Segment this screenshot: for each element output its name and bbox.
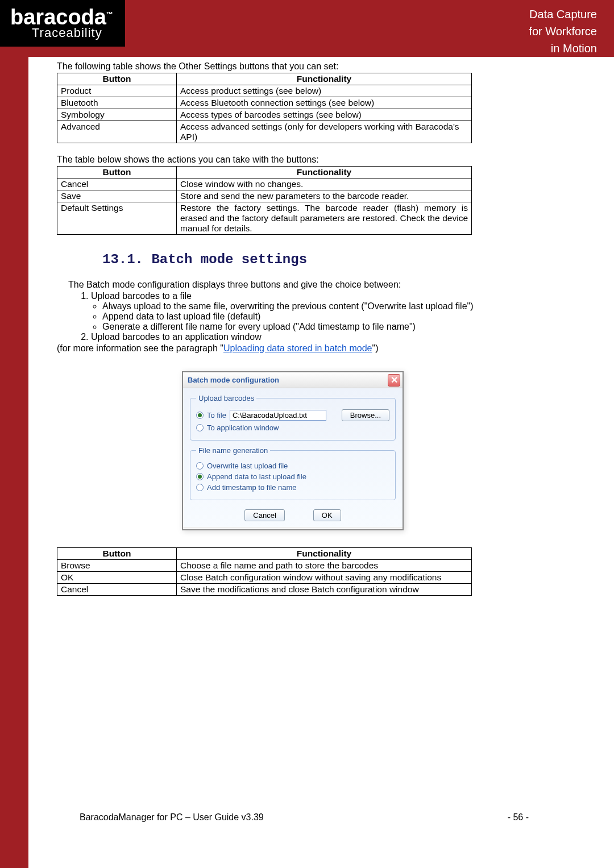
page-header: baracoda™ Traceability Data Capture for … — [0, 0, 614, 57]
other-settings-table: Button Functionality ProductAccess produ… — [57, 73, 472, 143]
list-item: Append data to last upload file (default… — [102, 312, 529, 322]
radio-label: Overwrite last upload file — [207, 462, 288, 470]
radio-append[interactable]: Append data to last upload file — [196, 472, 389, 481]
table-row: Default SettingsRestore the factory sett… — [57, 202, 472, 235]
dialog-button-row: Cancel OK — [190, 506, 396, 522]
dialog-titlebar: Batch mode configuration ✕ — [183, 372, 403, 388]
batch-mode-dialog: Batch mode configuration ✕ Upload barcod… — [182, 371, 404, 530]
table-row: CancelSave the modifications and close B… — [57, 584, 472, 596]
page-content: The following table shows the Other Sett… — [57, 61, 529, 607]
ok-button[interactable]: OK — [313, 509, 341, 521]
list-item: Upload barcodes to an application window — [91, 332, 529, 342]
uploading-data-link[interactable]: Uploading data stored in batch mode — [223, 343, 372, 353]
th-functionality: Functionality — [177, 167, 472, 178]
radio-label: To application window — [207, 423, 279, 432]
table-row: OKClose Batch configuration window witho… — [57, 572, 472, 584]
dialog-title: Batch mode configuration — [188, 376, 279, 384]
radio-icon[interactable] — [196, 484, 204, 491]
side-bar — [0, 0, 28, 868]
th-button: Button — [57, 167, 177, 178]
intro-text-2: The table below shows the actions you ca… — [57, 155, 529, 165]
th-button: Button — [57, 73, 177, 85]
radio-overwrite[interactable]: Overwrite last upload file — [196, 462, 389, 470]
logo-sub: Traceability — [10, 26, 125, 40]
browse-button[interactable]: Browse... — [342, 409, 389, 421]
th-functionality: Functionality — [177, 548, 472, 560]
list-item: Upload barcodes to a file — [91, 291, 529, 301]
tagline-line: for Workforce — [529, 23, 597, 40]
tagline: Data Capture for Workforce in Motion — [529, 0, 614, 57]
table-row: CancelClose window with no changes. — [57, 178, 472, 190]
table-row: SaveStore and send the new parameters to… — [57, 190, 472, 202]
radio-icon[interactable] — [196, 462, 204, 470]
radio-icon[interactable] — [196, 424, 204, 431]
dialog-body: Upload barcodes To file C:\BaracodaUploa… — [183, 388, 403, 527]
fieldset-legend: File name generation — [196, 446, 270, 455]
list-item: Always upload to the same file, overwrit… — [102, 301, 529, 312]
radio-to-app[interactable]: To application window — [196, 423, 389, 432]
radio-label: Append data to last upload file — [207, 472, 306, 481]
dialog-shadow — [183, 527, 403, 529]
radio-to-file[interactable]: To file C:\BaracodaUpload.txt Browse... — [196, 409, 389, 421]
table-row: AdvancedAccess advanced settings (only f… — [57, 121, 472, 143]
radio-timestamp[interactable]: Add timestamp to file name — [196, 483, 389, 492]
radio-label: To file — [207, 411, 226, 420]
logo-main: baracoda™ — [10, 6, 125, 28]
section-heading: 13.1. Batch mode settings — [102, 252, 529, 267]
logo: baracoda™ Traceability — [0, 0, 125, 47]
numbered-list: Upload barcodes to a file — [91, 291, 529, 301]
radio-icon[interactable] — [196, 473, 204, 480]
footer-right: - 56 - — [508, 812, 529, 823]
file-path-input[interactable]: C:\BaracodaUpload.txt — [230, 410, 326, 421]
tagline-line: in Motion — [529, 40, 597, 57]
th-button: Button — [57, 548, 177, 560]
cancel-button[interactable]: Cancel — [244, 509, 284, 521]
file-name-generation-fieldset: File name generation Overwrite last uplo… — [190, 446, 396, 500]
table-row: ProductAccess product settings (see belo… — [57, 85, 472, 97]
batch-buttons-table: Button Functionality BrowseChoose a file… — [57, 547, 472, 596]
table-row: BrowseChoose a file name and path to sto… — [57, 560, 472, 572]
reference-line: (for more information see the paragraph … — [57, 342, 529, 355]
actions-table: Button Functionality CancelClose window … — [57, 166, 472, 235]
radio-label: Add timestamp to file name — [207, 483, 297, 492]
list-item: Generate a different file name for every… — [102, 322, 529, 332]
sub-list: Always upload to the same file, overwrit… — [102, 301, 529, 332]
table-row: SymbologyAccess types of barcodes settin… — [57, 109, 472, 121]
table-row: BluetoothAccess Bluetooth connection set… — [57, 97, 472, 109]
close-icon[interactable]: ✕ — [388, 374, 400, 387]
body-intro: The Batch mode configuration displays th… — [68, 279, 529, 291]
numbered-list: Upload barcodes to an application window — [91, 332, 529, 342]
footer-left: BaracodaManager for PC – User Guide v3.3… — [80, 812, 264, 823]
intro-text-1: The following table shows the Other Sett… — [57, 61, 529, 72]
page-footer: BaracodaManager for PC – User Guide v3.3… — [80, 812, 529, 823]
upload-barcodes-fieldset: Upload barcodes To file C:\BaracodaUploa… — [190, 394, 396, 441]
tagline-line: Data Capture — [529, 6, 597, 23]
fieldset-legend: Upload barcodes — [196, 394, 256, 402]
radio-icon[interactable] — [196, 412, 204, 419]
th-functionality: Functionality — [177, 73, 472, 85]
